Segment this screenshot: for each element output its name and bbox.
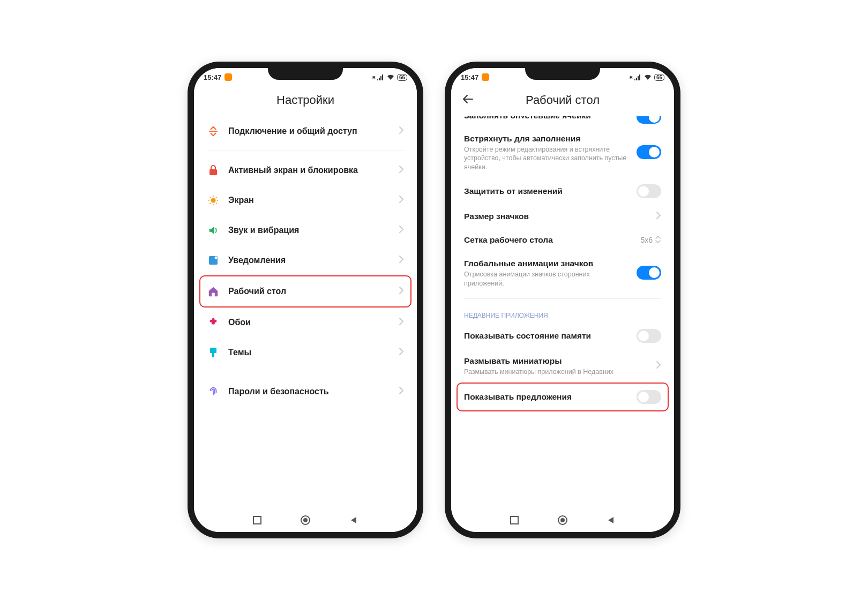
nav-home-icon[interactable] (300, 515, 311, 526)
setting-title: Встряхнуть для заполнения (464, 133, 630, 144)
setting-title-cutoff: Заполнять опустевшие ячейки (464, 116, 630, 118)
chevron-right-icon (656, 211, 661, 222)
toggle-switch[interactable] (637, 145, 661, 159)
setting-row[interactable]: Сетка рабочего стола5x6 (458, 228, 668, 252)
nav-recents-icon[interactable] (509, 515, 520, 526)
chevron-right-icon (399, 286, 404, 297)
settings-item-home[interactable]: Рабочий стол (199, 275, 411, 308)
chevron-right-icon (399, 165, 404, 176)
svg-rect-14 (253, 516, 261, 524)
svg-rect-0 (209, 169, 217, 175)
nav-recents-icon[interactable] (252, 515, 263, 526)
nav-back-icon[interactable] (348, 515, 359, 526)
content: Заполнять опустевшие ячейкиВстряхнуть дл… (451, 116, 674, 508)
settings-item-sun[interactable]: Экран (200, 185, 410, 215)
share-icon (207, 125, 220, 138)
toggle-switch[interactable] (637, 116, 661, 124)
lock-icon (207, 164, 220, 177)
screen: 15:47 R 66 Рабочий стол Заполнять опусте… (451, 68, 674, 532)
toggle-switch[interactable] (637, 390, 661, 404)
settings-item-label: Звук и вибрация (228, 225, 390, 236)
battery-icon: 66 (654, 74, 664, 81)
svg-line-6 (210, 197, 211, 198)
svg-rect-17 (511, 516, 518, 524)
status-time: 15:47 (204, 73, 221, 81)
settings-item-flower[interactable]: Обои (200, 308, 410, 338)
settings-item-lock[interactable]: Активный экран и блокировка (200, 155, 410, 185)
setting-value: 5x6 (640, 236, 653, 244)
settings-item-label: Темы (228, 347, 390, 358)
settings-item-label: Рабочий стол (228, 286, 390, 297)
wifi-icon (643, 74, 652, 80)
settings-item-label: Активный экран и блокировка (228, 165, 390, 176)
nav-back-icon[interactable] (605, 515, 616, 526)
chevron-right-icon (656, 361, 661, 371)
toggle-switch[interactable] (637, 266, 661, 280)
settings-item-label: Уведомления (228, 255, 390, 266)
svg-point-1 (211, 198, 215, 202)
page-title: Рабочий стол (526, 93, 600, 107)
phone-right: 15:47 R 66 Рабочий стол Заполнять опусте… (445, 62, 680, 538)
settings-item-brush[interactable]: Темы (200, 338, 410, 368)
chevron-right-icon (399, 255, 404, 266)
svg-point-19 (560, 518, 565, 522)
setting-row[interactable]: Показывать состояние памяти (458, 322, 668, 349)
setting-title: Размывать миниатюры (464, 356, 649, 366)
setting-title: Показывать состояние памяти (464, 331, 630, 341)
settings-item-speaker[interactable]: Звук и вибрация (200, 215, 410, 245)
divider (464, 298, 661, 299)
setting-row[interactable]: Встряхнуть для заполненияОткройте режим … (458, 127, 668, 178)
svg-point-11 (215, 257, 218, 259)
svg-rect-12 (210, 348, 216, 353)
settings-item-share[interactable]: Подключение и общий доступ (200, 116, 410, 146)
content: Подключение и общий доступАктивный экран… (194, 116, 417, 508)
home-icon (207, 285, 220, 298)
setting-text: Показывать предложения (464, 392, 630, 402)
svg-line-7 (216, 203, 216, 204)
phone-left: 15:47 R 66 Настройки Подключение и общий… (188, 62, 423, 538)
settings-item-flag[interactable]: Уведомления (200, 245, 410, 275)
signal-r-label: R (372, 75, 376, 80)
svg-line-9 (216, 197, 216, 198)
nav-bar (194, 508, 417, 532)
setting-row[interactable]: Показывать предложения (457, 382, 669, 411)
setting-text: Защитить от изменений (464, 186, 630, 197)
settings-item-label: Экран (228, 195, 390, 206)
setting-row[interactable]: Глобальные анимации значковОтрисовка ани… (458, 252, 668, 294)
chevron-right-icon (399, 347, 404, 358)
sun-icon (207, 194, 220, 207)
setting-title: Защитить от изменений (464, 186, 630, 197)
signal-icon (634, 74, 641, 80)
toggle-switch[interactable] (637, 329, 661, 343)
setting-title: Сетка рабочего стола (464, 235, 634, 245)
settings-item-fingerprint[interactable]: Пароли и безопасность (200, 377, 410, 407)
setting-text: Встряхнуть для заполненияОткройте режим … (464, 133, 630, 171)
app-indicator-icon (225, 73, 232, 81)
settings-item-label: Пароли и безопасность (228, 386, 390, 397)
setting-row[interactable]: Размер значков (458, 205, 668, 228)
nav-home-icon[interactable] (557, 515, 568, 526)
back-arrow-icon[interactable] (462, 93, 474, 107)
setting-text: Показывать состояние памяти (464, 331, 630, 341)
setting-row[interactable]: Защитить от изменений (458, 178, 668, 205)
app-indicator-icon (482, 73, 489, 81)
chevron-right-icon (399, 386, 404, 398)
settings-item-label: Подключение и общий доступ (228, 126, 390, 137)
setting-description: Размывать миниатюры приложений в Недавни… (464, 368, 649, 376)
setting-row[interactable]: Размывать миниатюрыРазмывать миниатюры п… (458, 349, 668, 382)
setting-row-cutoff[interactable]: Заполнять опустевшие ячейки (458, 116, 668, 127)
svg-line-8 (210, 203, 211, 204)
toggle-switch[interactable] (637, 184, 661, 198)
chevron-right-icon (399, 126, 404, 137)
speaker-icon (207, 224, 220, 237)
divider (207, 151, 404, 151)
battery-icon: 66 (397, 74, 407, 81)
setting-title: Глобальные анимации значков (464, 258, 630, 269)
signal-r-label: R (630, 75, 633, 80)
setting-text: Размер значков (464, 211, 649, 222)
fingerprint-icon (207, 385, 220, 398)
settings-item-label: Обои (228, 317, 390, 328)
divider (207, 372, 404, 372)
setting-title: Показывать предложения (464, 392, 630, 402)
chevron-right-icon (399, 195, 404, 206)
